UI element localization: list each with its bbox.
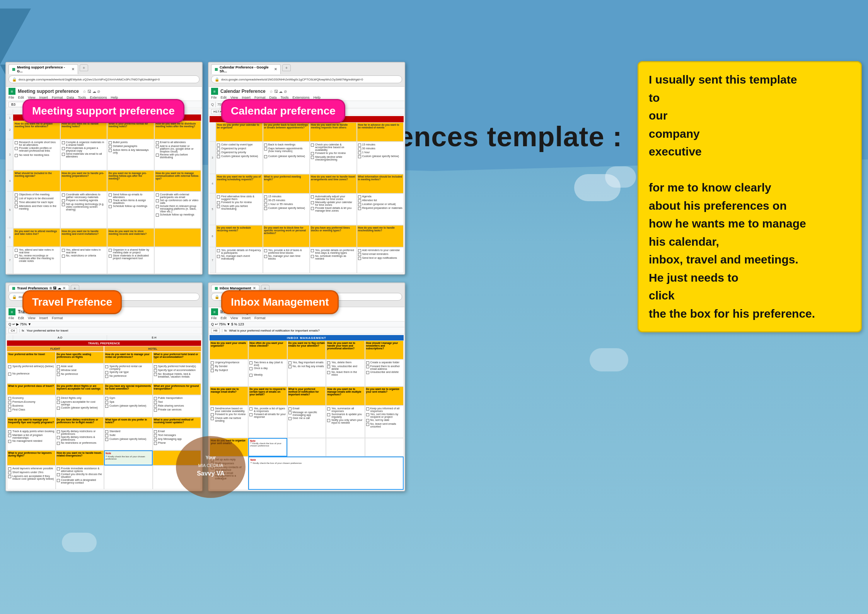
callout-line3: our xyxy=(649,109,667,122)
callout-line8: how he wants me to manage xyxy=(649,217,806,230)
callout-line9: his calendar, xyxy=(649,235,719,248)
callout-line13: the the box for his preference. xyxy=(649,307,815,320)
browser-tab-meeting[interactable]: ▦ Meeting support preference - G... ✕ xyxy=(9,64,78,74)
calendar-label-badge: Calendar preference xyxy=(221,99,345,123)
page-wrapper: Your preferences template : ▦ Meeting su… xyxy=(0,0,868,614)
tab-close-icon[interactable]: ✕ xyxy=(72,67,75,71)
browser-chrome-meeting: ▦ Meeting support preference - G... ✕ + … xyxy=(6,63,202,87)
sheets-icon-travel: ≡ xyxy=(9,308,15,315)
callout-line4: company xyxy=(649,127,700,140)
callout-line6: for me to know clearly xyxy=(649,181,771,194)
spreadsheet-content-calendar: CALENDAR PREFERENCE How do you prefer yo… xyxy=(209,115,404,274)
meeting-label-badge: Meeting support preference xyxy=(22,99,184,123)
sheets-name-calendar: Calendar Preference xyxy=(220,89,266,94)
browser-chrome-calendar: ▦ Calendar Preference - Google Sh... ✕ +… xyxy=(209,63,404,87)
address-bar-calendar[interactable]: 🔒 docs.google.com/spreadsheets/d/1NG3S0N… xyxy=(211,75,402,83)
browser-tab-calendar[interactable]: ▦ Calendar Preference - Google Sh... ✕ xyxy=(211,64,281,74)
tab-close-inbox[interactable]: ✕ xyxy=(253,286,256,290)
travel-label-badge: Travel Prefence xyxy=(22,290,122,314)
sheets-icon-calendar: ≡ xyxy=(211,88,218,95)
sheets-icon-meeting: ≡ xyxy=(9,88,15,95)
calendar-screenshot: ▦ Calendar Preference - Google Sh... ✕ +… xyxy=(208,62,405,275)
tab-close-calendar[interactable]: ✕ xyxy=(274,67,277,71)
spreadsheet-content-meeting: A B C D 1 MEETING SUPPORT PREFERENCE 2 xyxy=(6,108,202,274)
address-bar-meeting[interactable]: 🔒 docs.google.com/spreadsheets/d/1tqjlEW… xyxy=(9,75,200,83)
watermark: Your MIA CECILIA Savvy VA xyxy=(172,432,249,502)
cloud-decoration-2 xyxy=(605,166,636,188)
callout-line10: inbox, travel and meetings. xyxy=(649,253,798,266)
browser-tabs-calendar: ▦ Calendar Preference - Google Sh... ✕ + xyxy=(211,64,402,74)
cloud-decoration-4 xyxy=(62,533,97,552)
meeting-screenshot: ▦ Meeting support preference - G... ✕ + … xyxy=(5,62,203,275)
inbox-label-badge: Inbox Management xyxy=(221,290,339,314)
svg-text:MIA CECILIA: MIA CECILIA xyxy=(198,463,223,468)
svg-text:Savvy VA: Savvy VA xyxy=(197,470,225,477)
browser-tabs: ▦ Meeting support preference - G... ✕ + xyxy=(9,64,200,74)
new-tab-button[interactable]: + xyxy=(80,64,88,71)
svg-text:Your: Your xyxy=(206,455,216,460)
callout-line11: He just needs to xyxy=(649,271,738,284)
tri-left xyxy=(0,9,31,65)
callout-box: I usually sent this template to our comp… xyxy=(638,61,862,332)
new-tab-button-calendar[interactable]: + xyxy=(282,64,291,71)
callout-line7: about his preferences on xyxy=(649,199,787,212)
callout-line1: I usually sent this template xyxy=(649,73,797,86)
cell-ref-meeting[interactable]: B3 xyxy=(9,102,24,107)
sheets-name-meeting: Meeting support preference xyxy=(18,89,79,94)
callout-line5: executive xyxy=(649,145,702,158)
tab-close-travel[interactable]: ✕ xyxy=(63,286,66,290)
cloud-decoration-3 xyxy=(590,348,628,371)
callout-line12: click xyxy=(649,289,675,302)
callout-line2: to xyxy=(649,91,660,104)
